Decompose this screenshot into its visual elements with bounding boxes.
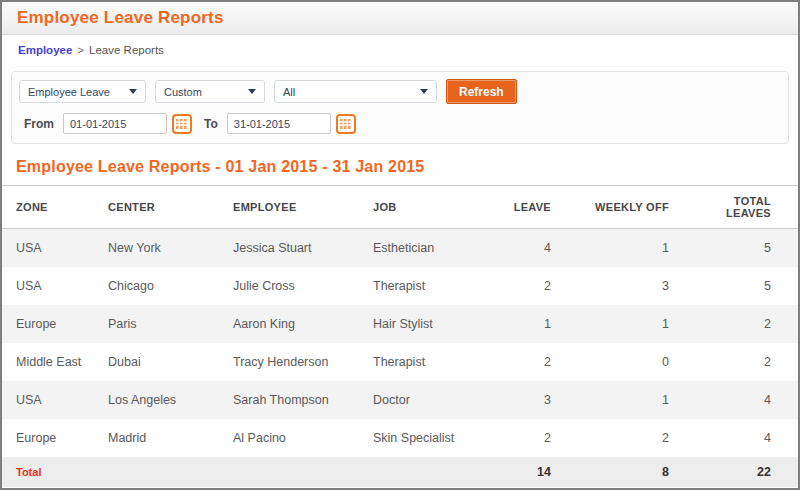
cell-zone: Europe — [2, 419, 94, 457]
cell-zone: USA — [2, 229, 94, 268]
cell-weekly-off: 0 — [579, 343, 697, 381]
cell-employee: Sarah Thompson — [219, 381, 359, 419]
cell-weekly-off: 2 — [579, 419, 697, 457]
cell-leave: 3 — [481, 381, 579, 419]
cell-center: Los Angeles — [94, 381, 219, 419]
calendar-icon[interactable] — [336, 114, 356, 134]
column-header-job: JOB — [359, 186, 481, 229]
cell-weekly-off: 1 — [579, 305, 697, 343]
total-label: Total — [16, 466, 41, 478]
cell-job: Esthetician — [359, 229, 481, 268]
cell-zone: Europe — [2, 305, 94, 343]
cell-total-leaves: 5 — [697, 267, 799, 305]
total-leave: 14 — [481, 457, 579, 487]
date-range-selected-value: Custom — [164, 86, 202, 98]
table-row: USA Los Angeles Sarah Thompson Doctor 3 … — [2, 381, 799, 419]
cell-job: Therapist — [359, 267, 481, 305]
report-section-title: Employee Leave Reports - 01 Jan 2015 - 3… — [2, 144, 798, 185]
scope-selected-value: All — [283, 86, 295, 98]
cell-employee: Jessica Stuart — [219, 229, 359, 268]
total-weekly-off: 8 — [579, 457, 697, 487]
cell-weekly-off: 1 — [579, 381, 697, 419]
column-header-total-leaves: TOTAL LEAVES — [697, 186, 799, 229]
calendar-icon[interactable] — [172, 114, 192, 134]
cell-leave: 2 — [481, 343, 579, 381]
filter-row-dates: From To — [19, 113, 781, 134]
cell-total-leaves: 2 — [697, 343, 799, 381]
cell-zone: Middle East — [2, 343, 94, 381]
table-row: Europe Paris Aaron King Hair Stylist 1 1… — [2, 305, 799, 343]
column-header-leave: LEAVE — [481, 186, 579, 229]
cell-zone: USA — [2, 267, 94, 305]
chevron-down-icon — [248, 89, 256, 94]
to-date-input[interactable] — [227, 113, 331, 134]
cell-center: Chicago — [94, 267, 219, 305]
cell-total-leaves: 4 — [697, 419, 799, 457]
cell-weekly-off: 1 — [579, 229, 697, 268]
refresh-button[interactable]: Refresh — [446, 79, 517, 104]
to-label: To — [204, 117, 218, 131]
cell-center: Dubai — [94, 343, 219, 381]
cell-center: Paris — [94, 305, 219, 343]
cell-employee: Aaron King — [219, 305, 359, 343]
breadcrumb-separator: > — [77, 44, 84, 56]
cell-total-leaves: 2 — [697, 305, 799, 343]
cell-total-leaves: 5 — [697, 229, 799, 268]
cell-center: Madrid — [94, 419, 219, 457]
scope-dropdown[interactable]: All — [274, 80, 437, 103]
total-total-leaves: 22 — [697, 457, 799, 487]
chevron-down-icon — [129, 89, 137, 94]
table-header-row: ZONE CENTER EMPLOYEE JOB LEAVE WEEKLY OF… — [2, 186, 799, 229]
filter-panel: Employee Leave Custom All Refresh From — [11, 71, 789, 144]
breadcrumb-current: Leave Reports — [89, 44, 164, 56]
cell-leave: 4 — [481, 229, 579, 268]
cell-weekly-off: 3 — [579, 267, 697, 305]
cell-leave: 2 — [481, 419, 579, 457]
cell-zone: USA — [2, 381, 94, 419]
from-date-input[interactable] — [63, 113, 167, 134]
table-total-row: Total 14 8 22 — [2, 457, 799, 487]
table-row: Europe Madrid Al Pacino Skin Specialist … — [2, 419, 799, 457]
cell-leave: 2 — [481, 267, 579, 305]
table-row: Middle East Dubai Tracy Henderson Therap… — [2, 343, 799, 381]
cell-employee: Tracy Henderson — [219, 343, 359, 381]
report-type-dropdown[interactable]: Employee Leave — [19, 80, 146, 103]
breadcrumb-link-employee[interactable]: Employee — [18, 44, 72, 56]
cell-employee: Julie Cross — [219, 267, 359, 305]
table-row: USA Chicago Julie Cross Therapist 2 3 5 — [2, 267, 799, 305]
page-title: Employee Leave Reports — [17, 8, 224, 28]
cell-employee: Al Pacino — [219, 419, 359, 457]
cell-center: New York — [94, 229, 219, 268]
report-type-selected-value: Employee Leave — [28, 86, 110, 98]
cell-leave: 1 — [481, 305, 579, 343]
chevron-down-icon — [420, 89, 428, 94]
column-header-zone: ZONE — [2, 186, 94, 229]
cell-total-leaves: 4 — [697, 381, 799, 419]
cell-job: Doctor — [359, 381, 481, 419]
breadcrumb: Employee > Leave Reports — [2, 35, 798, 62]
table-row: USA New York Jessica Stuart Esthetician … — [2, 229, 799, 268]
column-header-weekly-off: WEEKLY OFF — [579, 186, 697, 229]
column-header-employee: EMPLOYEE — [219, 186, 359, 229]
employee-leave-reports-window: Employee Leave Reports Employee > Leave … — [0, 0, 800, 490]
from-label: From — [24, 117, 54, 131]
cell-job: Therapist — [359, 343, 481, 381]
page-header: Employee Leave Reports — [2, 2, 798, 35]
cell-job: Hair Stylist — [359, 305, 481, 343]
filter-row-dropdowns: Employee Leave Custom All Refresh — [19, 79, 781, 104]
cell-job: Skin Specialist — [359, 419, 481, 457]
column-header-center: CENTER — [94, 186, 219, 229]
leave-report-table: ZONE CENTER EMPLOYEE JOB LEAVE WEEKLY OF… — [2, 185, 799, 487]
date-range-dropdown[interactable]: Custom — [155, 80, 265, 103]
